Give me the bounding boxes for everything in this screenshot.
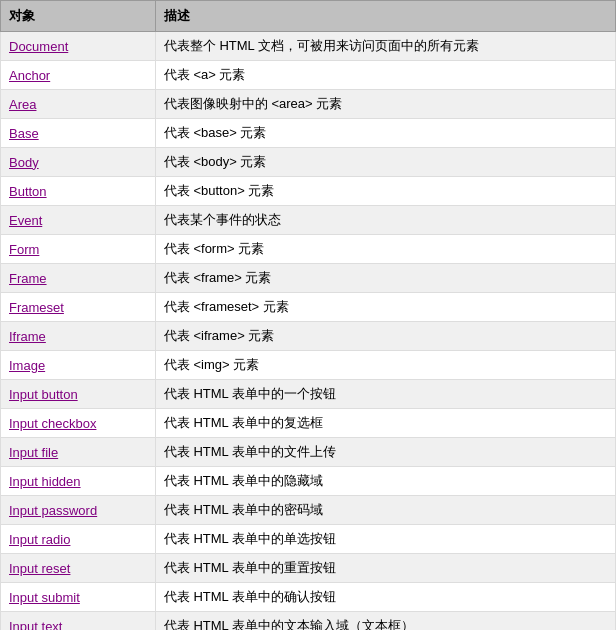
object-description-cell: 代表 HTML 表单中的确认按钮 xyxy=(155,583,615,612)
object-name-cell[interactable]: Document xyxy=(1,32,156,61)
object-description-cell: 代表 <frameset> 元素 xyxy=(155,293,615,322)
object-link-document[interactable]: Document xyxy=(9,39,68,54)
object-description-cell: 代表 <form> 元素 xyxy=(155,235,615,264)
object-link-body[interactable]: Body xyxy=(9,155,39,170)
table-row: Input reset代表 HTML 表单中的重置按钮 xyxy=(1,554,616,583)
object-name-cell[interactable]: Input button xyxy=(1,380,156,409)
table-row: Anchor代表 <a> 元素 xyxy=(1,61,616,90)
object-link-input-radio[interactable]: Input radio xyxy=(9,532,70,547)
object-name-cell[interactable]: Anchor xyxy=(1,61,156,90)
object-description-cell: 代表 <base> 元素 xyxy=(155,119,615,148)
table-row: Input password代表 HTML 表单中的密码域 xyxy=(1,496,616,525)
object-name-cell[interactable]: Input submit xyxy=(1,583,156,612)
object-description-cell: 代表 <img> 元素 xyxy=(155,351,615,380)
table-row: Frame代表 <frame> 元素 xyxy=(1,264,616,293)
object-name-cell[interactable]: Form xyxy=(1,235,156,264)
object-description-cell: 代表 HTML 表单中的单选按钮 xyxy=(155,525,615,554)
object-description-cell: 代表图像映射中的 <area> 元素 xyxy=(155,90,615,119)
object-name-cell[interactable]: Button xyxy=(1,177,156,206)
object-name-cell[interactable]: Input reset xyxy=(1,554,156,583)
object-description-cell: 代表 HTML 表单中的重置按钮 xyxy=(155,554,615,583)
object-description-cell: 代表 HTML 表单中的文件上传 xyxy=(155,438,615,467)
object-description-cell: 代表 HTML 表单中的文本输入域（文本框） xyxy=(155,612,615,631)
object-name-cell[interactable]: Frameset xyxy=(1,293,156,322)
object-link-input-button[interactable]: Input button xyxy=(9,387,78,402)
object-description-cell: 代表某个事件的状态 xyxy=(155,206,615,235)
object-name-cell[interactable]: Base xyxy=(1,119,156,148)
table-row: Frameset代表 <frameset> 元素 xyxy=(1,293,616,322)
object-description-cell: 代表 HTML 表单中的一个按钮 xyxy=(155,380,615,409)
table-row: Event代表某个事件的状态 xyxy=(1,206,616,235)
object-name-cell[interactable]: Body xyxy=(1,148,156,177)
table-row: Base代表 <base> 元素 xyxy=(1,119,616,148)
object-link-input-hidden[interactable]: Input hidden xyxy=(9,474,81,489)
table-row: Input text代表 HTML 表单中的文本输入域（文本框） xyxy=(1,612,616,631)
html-objects-table: 对象 描述 Document代表整个 HTML 文档，可被用来访问页面中的所有元… xyxy=(0,0,616,630)
object-name-cell[interactable]: Iframe xyxy=(1,322,156,351)
object-name-cell[interactable]: Area xyxy=(1,90,156,119)
object-description-cell: 代表 HTML 表单中的复选框 xyxy=(155,409,615,438)
object-name-cell[interactable]: Frame xyxy=(1,264,156,293)
object-description-cell: 代表 <frame> 元素 xyxy=(155,264,615,293)
object-description-cell: 代表 <body> 元素 xyxy=(155,148,615,177)
table-row: Input hidden代表 HTML 表单中的隐藏域 xyxy=(1,467,616,496)
object-description-cell: 代表整个 HTML 文档，可被用来访问页面中的所有元素 xyxy=(155,32,615,61)
table-row: Form代表 <form> 元素 xyxy=(1,235,616,264)
object-link-anchor[interactable]: Anchor xyxy=(9,68,50,83)
object-link-frame[interactable]: Frame xyxy=(9,271,47,286)
table-row: Input submit代表 HTML 表单中的确认按钮 xyxy=(1,583,616,612)
table-header-row: 对象 描述 xyxy=(1,1,616,32)
table-row: Body代表 <body> 元素 xyxy=(1,148,616,177)
object-link-button[interactable]: Button xyxy=(9,184,47,199)
object-description-cell: 代表 HTML 表单中的密码域 xyxy=(155,496,615,525)
object-name-cell[interactable]: Input checkbox xyxy=(1,409,156,438)
header-object: 对象 xyxy=(1,1,156,32)
table-row: Input button代表 HTML 表单中的一个按钮 xyxy=(1,380,616,409)
object-link-form[interactable]: Form xyxy=(9,242,39,257)
object-link-iframe[interactable]: Iframe xyxy=(9,329,46,344)
object-link-image[interactable]: Image xyxy=(9,358,45,373)
object-link-input-submit[interactable]: Input submit xyxy=(9,590,80,605)
object-link-input-checkbox[interactable]: Input checkbox xyxy=(9,416,96,431)
object-name-cell[interactable]: Event xyxy=(1,206,156,235)
object-link-frameset[interactable]: Frameset xyxy=(9,300,64,315)
object-name-cell[interactable]: Input radio xyxy=(1,525,156,554)
object-name-cell[interactable]: Image xyxy=(1,351,156,380)
header-description: 描述 xyxy=(155,1,615,32)
table-row: Iframe代表 <iframe> 元素 xyxy=(1,322,616,351)
object-link-input-text[interactable]: Input text xyxy=(9,619,62,631)
object-link-input-password[interactable]: Input password xyxy=(9,503,97,518)
object-description-cell: 代表 <button> 元素 xyxy=(155,177,615,206)
table-row: Button代表 <button> 元素 xyxy=(1,177,616,206)
table-row: Image代表 <img> 元素 xyxy=(1,351,616,380)
object-link-area[interactable]: Area xyxy=(9,97,36,112)
table-row: Input checkbox代表 HTML 表单中的复选框 xyxy=(1,409,616,438)
object-name-cell[interactable]: Input hidden xyxy=(1,467,156,496)
object-description-cell: 代表 <iframe> 元素 xyxy=(155,322,615,351)
table-row: Input radio代表 HTML 表单中的单选按钮 xyxy=(1,525,616,554)
object-description-cell: 代表 <a> 元素 xyxy=(155,61,615,90)
object-link-input-file[interactable]: Input file xyxy=(9,445,58,460)
object-link-base[interactable]: Base xyxy=(9,126,39,141)
table-row: Area代表图像映射中的 <area> 元素 xyxy=(1,90,616,119)
object-link-input-reset[interactable]: Input reset xyxy=(9,561,70,576)
object-link-event[interactable]: Event xyxy=(9,213,42,228)
object-name-cell[interactable]: Input password xyxy=(1,496,156,525)
object-name-cell[interactable]: Input text xyxy=(1,612,156,631)
object-name-cell[interactable]: Input file xyxy=(1,438,156,467)
object-description-cell: 代表 HTML 表单中的隐藏域 xyxy=(155,467,615,496)
table-row: Document代表整个 HTML 文档，可被用来访问页面中的所有元素 xyxy=(1,32,616,61)
table-row: Input file代表 HTML 表单中的文件上传 xyxy=(1,438,616,467)
